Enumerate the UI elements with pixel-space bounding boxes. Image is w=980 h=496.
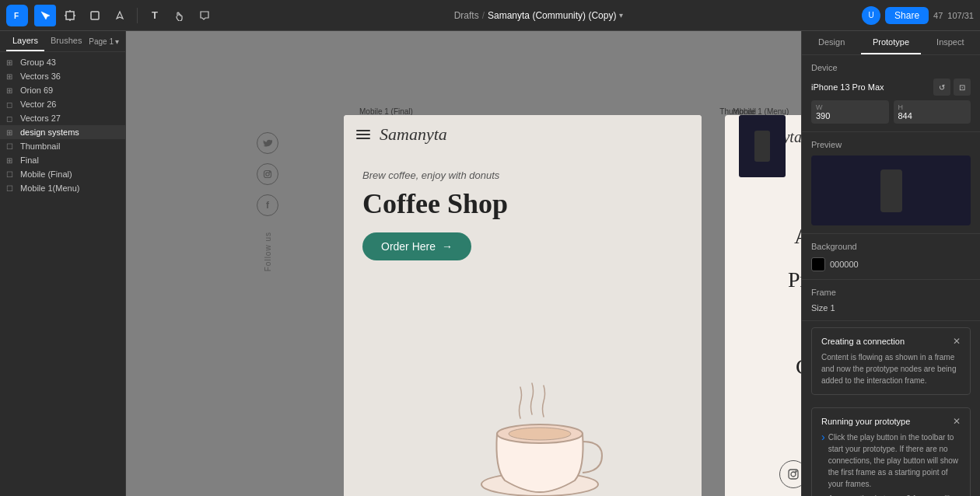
annotation-title-1: Creating a connection ✕	[821, 336, 961, 347]
hamburger-line	[356, 134, 370, 135]
device-section-title: Device	[811, 63, 971, 72]
layer-item-orion69[interactable]: ⊞ Orion 69	[0, 83, 125, 97]
annotation-creating-connection: Creating a connection ✕ Content is flowi…	[811, 327, 971, 395]
menu-social-icons: f	[725, 460, 801, 488]
panel-tabs: Layers Brushes Page 1 ▾	[0, 31, 125, 52]
bg-color-swatch[interactable]	[811, 257, 825, 271]
layer-item-vector26[interactable]: ◻ Vector 26	[0, 97, 125, 111]
filename: Samanyta (Community) (Copy)	[488, 10, 616, 21]
annotation-running-prototype: Running your prototype ✕ › Click the pla…	[811, 407, 971, 496]
toolbar: F T Drafts / Samanyta (Community) (Copy)…	[0, 0, 980, 31]
menu-item-home[interactable]: Home	[725, 174, 801, 211]
tab-inspect[interactable]: Inspect	[921, 31, 980, 54]
layer-item-mobile-final[interactable]: ☐ Mobile (Final)	[0, 167, 125, 181]
hero-subtitle: Brew coffee, enjoy with donuts	[362, 169, 683, 181]
menu-item-promotion[interactable]: Promotion	[725, 261, 801, 299]
right-panel-tabs: Design Prototype Inspect	[802, 31, 980, 55]
annotation-body-1: Content is flowing as shown in a frame a…	[821, 351, 961, 386]
tab-prototype[interactable]: Prototype	[861, 31, 920, 54]
device-selector: iPhone 13 Pro Max ↺ ⊡	[811, 79, 971, 96]
device-section: Device iPhone 13 Pro Max ↺ ⊡ W 390 H 844	[802, 55, 980, 132]
comment-tool[interactable]	[194, 5, 215, 26]
frame-section-title: Frame	[811, 288, 971, 297]
layer-list: ⊞ Group 43 ⊞ Vectors 36 ⊞ Orion 69 ◻ Vec…	[0, 52, 125, 496]
share-button[interactable]: Share	[885, 7, 929, 24]
frame-tool[interactable]	[59, 5, 81, 26]
svg-rect-7	[91, 12, 99, 19]
menu-item-contacts[interactable]: Contacts	[725, 348, 801, 386]
reset-device-button[interactable]: ↺	[933, 79, 950, 96]
bg-color-hex: 000000	[830, 260, 859, 269]
user-avatar: U	[862, 6, 880, 25]
menu-instagram-icon[interactable]	[779, 460, 801, 488]
height-value: 844	[898, 111, 967, 121]
hand-tool[interactable]	[169, 5, 191, 26]
layer-icon: ⊞	[6, 58, 17, 67]
separator	[137, 8, 138, 23]
preview-title: Preview	[811, 140, 971, 149]
hamburger-line	[356, 138, 370, 139]
layer-item-group43[interactable]: ⊞ Group 43	[0, 55, 125, 69]
svg-point-13	[509, 428, 571, 440]
instagram-social-icon[interactable]	[257, 163, 278, 185]
menu-navigation: Home About us Promotion Shop Contacts	[725, 159, 801, 401]
filename-chevron[interactable]: ▾	[619, 11, 623, 19]
device-name: iPhone 13 Pro Max	[811, 82, 930, 92]
canvas[interactable]: f Follow us Mobile 1 (Final) Frame 1 ▶ S…	[126, 31, 801, 496]
bullet-icon-1: ›	[821, 431, 825, 490]
thumbnail-frame	[739, 115, 786, 177]
width-label: W	[816, 103, 884, 111]
layer-icon: ⊞	[6, 156, 17, 165]
layer-item-vectors36[interactable]: ⊞ Vectors 36	[0, 69, 125, 83]
layer-name: Vector 26	[20, 100, 119, 109]
annotation-body-2: › Click the play button in the toolbar t…	[821, 431, 961, 496]
annotation-close-2[interactable]: ✕	[953, 416, 961, 427]
annotation-title-text-1: Creating a connection	[821, 337, 905, 346]
tab-brushes[interactable]: Brushes	[44, 31, 88, 51]
layer-icon: ⊞	[6, 86, 17, 95]
select-tool[interactable]	[34, 5, 56, 26]
annotation-title-2: Running your prototype ✕	[821, 416, 961, 427]
bullet-text-2: A connection between 2 frames will allow…	[828, 493, 961, 496]
frame-section: Frame Size 1	[802, 280, 980, 321]
page-dropdown[interactable]: Page 1 ▾	[89, 31, 119, 51]
svg-point-16	[796, 471, 796, 472]
svg-text:F: F	[14, 12, 19, 20]
menu-item-about[interactable]: About us	[725, 218, 801, 255]
preview-section: Preview	[802, 132, 980, 234]
tab-design[interactable]: Design	[802, 31, 861, 54]
annotation-close-1[interactable]: ✕	[953, 336, 961, 347]
main-area: Layers Brushes Page 1 ▾ ⊞ Group 43 ⊞ Vec…	[0, 31, 980, 496]
text-tool[interactable]: T	[144, 5, 166, 26]
twitter-social-icon[interactable]	[257, 132, 278, 154]
figma-logo[interactable]: F	[6, 5, 28, 26]
layer-icon: ⊞	[6, 128, 17, 137]
bg-color-row: 000000	[811, 257, 971, 271]
layer-item-thumbnail[interactable]: ☐ Thumbnail	[0, 139, 125, 153]
shape-tool[interactable]	[84, 5, 106, 26]
facebook-social-icon[interactable]: f	[257, 194, 278, 216]
social-sidebar: f Follow us	[257, 132, 278, 271]
layer-name: Group 43	[20, 58, 119, 67]
layer-item-mobile-menu[interactable]: ☐ Mobile 1(Menu)	[0, 181, 125, 195]
preview-phone	[880, 169, 902, 212]
layer-icon: ☐	[6, 184, 17, 193]
layer-item-final[interactable]: ⊞ Final	[0, 153, 125, 167]
layer-item-design-systems[interactable]: ⊞ design systems	[0, 125, 125, 139]
pen-tool[interactable]	[109, 5, 131, 26]
layer-name: Vectors 36	[20, 72, 119, 81]
follow-label: Follow us	[264, 232, 272, 271]
hamburger-icon[interactable]	[356, 130, 370, 139]
right-panel: Design Prototype Inspect Device iPhone 1…	[801, 31, 980, 496]
tab-layers[interactable]: Layers	[6, 31, 44, 51]
layer-name: Thumbnail	[20, 141, 119, 151]
layer-icon: ◻	[6, 100, 17, 109]
order-btn-arrow: →	[442, 240, 453, 253]
menu-item-shop[interactable]: Shop	[725, 305, 801, 342]
toggle-device-button[interactable]: ⊡	[954, 79, 971, 96]
order-button[interactable]: Order Here →	[362, 232, 471, 260]
layer-item-vectors27[interactable]: ◻ Vectors 27	[0, 111, 125, 125]
layer-name: Vectors 27	[20, 114, 119, 123]
height-label: H	[898, 103, 967, 111]
thumbnail-preview	[739, 115, 786, 177]
